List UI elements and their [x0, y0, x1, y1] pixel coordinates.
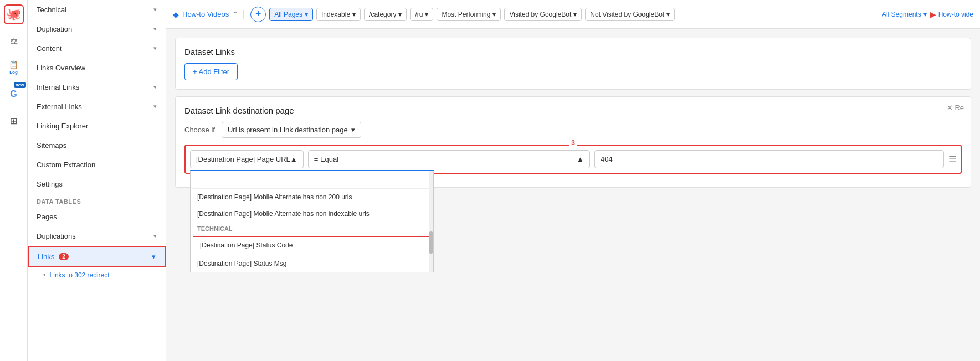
data-tables-label: Data Tables — [28, 194, 166, 207]
sidebar-item-duplication[interactable]: Duplication ▾ — [28, 19, 166, 39]
sidebar-item-technical[interactable]: Technical ▾ — [28, 0, 166, 19]
icon-bar: 🐙 ⚖ 📋 Log G ⊞ — [0, 0, 28, 361]
scrollbar-thumb[interactable] — [429, 231, 433, 254]
dropdown-item-mobile-indexable[interactable]: [Destination Page] Mobile Alternate has … — [191, 205, 433, 222]
sidebar-item-custom-extraction[interactable]: Custom Extraction — [28, 155, 166, 174]
sidebar-item-settings[interactable]: Settings — [28, 174, 166, 194]
dropdown-icon: ▾ — [923, 11, 927, 18]
balance-icon[interactable]: ⚖ — [4, 31, 24, 51]
how-to-videos-link[interactable]: ▶ How-to vide — [930, 10, 973, 19]
sidebar-item-sitemaps-label: Sitemaps — [37, 141, 66, 149]
log-icon[interactable]: 📋 Log — [4, 58, 24, 78]
choose-if-label: Choose if — [184, 126, 215, 134]
collapse-button[interactable]: ⌃ — [232, 10, 239, 19]
filter-row-container: 3 [Destination Page] Page URL ▲ [Destina… — [184, 145, 962, 174]
content-area: Dataset Links + Add Filter Dataset Link … — [166, 29, 980, 361]
dataset-links-title: Dataset Links — [184, 47, 962, 56]
filter-menu-icon[interactable]: ☰ — [948, 154, 956, 164]
filter-visited-by-googlebot[interactable]: Visited by GoogleBot ▾ — [504, 8, 582, 21]
dropdown-icon: ▾ — [398, 11, 402, 18]
dropdown-item-status-code[interactable]: [Destination Page] Status Code — [193, 236, 431, 254]
add-filter-button[interactable]: + Add Filter — [184, 63, 238, 80]
filter-value-input[interactable] — [594, 150, 944, 168]
dropdown-icon: ▾ — [425, 11, 428, 18]
chevron-down-icon: ▾ — [153, 25, 157, 33]
dropdown-arrow-icon: ▲ — [290, 155, 297, 163]
youtube-icon: ▶ — [930, 10, 936, 19]
filter-all-pages[interactable]: All Pages ▾ — [269, 8, 313, 21]
destination-title: Dataset Link destination page — [184, 106, 962, 115]
filter-category[interactable]: /category ▾ — [364, 8, 407, 21]
sidebar-item-content[interactable]: Content ▾ — [28, 39, 166, 58]
grid-icon[interactable]: ⊞ — [4, 111, 24, 131]
page-title: How-to Videos — [182, 10, 229, 18]
sidebar-sub-item-label: Links to 302 redirect — [50, 271, 110, 279]
sidebar-item-linking-explorer-label: Linking Explorer — [37, 122, 88, 130]
dropdown-arrow-icon: ▾ — [351, 126, 355, 134]
segments-label: All Segments — [882, 11, 921, 18]
filter-category-label: /category — [369, 11, 396, 18]
equal-select[interactable]: = Equal ▲ — [308, 150, 590, 168]
sidebar-item-links-overview[interactable]: Links Overview — [28, 58, 166, 78]
dropdown-item-status-msg[interactable]: [Destination Page] Status Msg — [191, 255, 433, 272]
sidebar: Technical ▾ Duplication ▾ Content ▾ Link… — [28, 0, 166, 361]
sidebar-item-external-links[interactable]: External Links ▾ — [28, 97, 166, 116]
chevron-down-icon: ▾ — [153, 6, 157, 13]
close-button[interactable]: ✕ Re — [947, 104, 964, 112]
links-badge: 2 — [59, 253, 69, 260]
add-filter-button[interactable]: + — [250, 7, 266, 22]
technical-section-label: Technical — [191, 222, 433, 235]
dataset-links-section: Dataset Links + Add Filter — [175, 38, 971, 90]
filter-indexable[interactable]: Indexable ▾ — [316, 8, 361, 21]
choose-if-row: Choose if Url is present in Link destina… — [184, 122, 962, 138]
sidebar-item-linking-explorer[interactable]: Linking Explorer — [28, 116, 166, 136]
dropdown-icon: ▾ — [352, 11, 356, 18]
dataset-destination-section: Dataset Link destination page ✕ Re Choos… — [175, 96, 971, 188]
url-present-dropdown[interactable]: Url is present in Link destination page … — [222, 122, 361, 138]
scrollbar-track[interactable] — [429, 171, 433, 272]
sidebar-item-internal-links-label: Internal Links — [37, 83, 79, 91]
sidebar-item-links-overview-label: Links Overview — [37, 64, 85, 72]
sidebar-item-pages-label: Pages — [37, 213, 57, 221]
filter-most-performing[interactable]: Most Performing ▾ — [437, 8, 501, 21]
dropdown-icon: ▾ — [573, 11, 577, 18]
page-url-select[interactable]: [Destination Page] Page URL ▲ — [190, 150, 304, 168]
chevron-down-icon: ▾ — [153, 103, 157, 110]
dropdown-icon: ▾ — [492, 11, 496, 18]
chevron-down-icon: ▾ — [153, 84, 157, 91]
dropdown-search-input[interactable] — [191, 171, 433, 189]
dropdown-icon: ▾ — [305, 11, 308, 18]
dropdown-arrow-icon: ▲ — [577, 155, 584, 163]
dropdown-item-mobile-200[interactable]: [Destination Page] Mobile Alternate has … — [191, 189, 433, 205]
page-url-dropdown-container: [Destination Page] Page URL ▲ [Destinati… — [190, 150, 304, 168]
filter-not-visited-label: Not Visited by GoogleBot — [590, 11, 664, 18]
sidebar-item-settings-label: Settings — [37, 180, 63, 188]
sidebar-item-content-label: Content — [37, 44, 62, 53]
filter-ru-label: /ru — [415, 11, 423, 18]
filter-not-visited-by-googlebot[interactable]: Not Visited by GoogleBot ▾ — [585, 8, 675, 21]
sidebar-item-duplications[interactable]: Duplications ▾ — [28, 226, 166, 246]
page-breadcrumb: ◆ How-to Videos ⌃ — [173, 10, 244, 19]
sidebar-item-links-label: Links — [38, 252, 54, 261]
sidebar-item-duplications-label: Duplications — [37, 232, 76, 240]
equal-label: = Equal — [314, 155, 338, 163]
sidebar-item-external-links-label: External Links — [37, 102, 82, 111]
dropdown-icon: ▾ — [666, 11, 670, 18]
sidebar-item-custom-extraction-label: Custom Extraction — [37, 161, 95, 169]
filter-ru[interactable]: /ru ▾ — [410, 8, 433, 21]
page-url-label: [Destination Page] Page URL — [196, 155, 290, 163]
sidebar-item-internal-links[interactable]: Internal Links ▾ — [28, 78, 166, 97]
filter-number: 3 — [569, 139, 577, 147]
chevron-down-icon: ▾ — [153, 233, 157, 240]
google-icon[interactable]: G — [4, 84, 24, 104]
url-dropdown-label: Url is present in Link destination page — [228, 126, 348, 134]
main-content: ◆ How-to Videos ⌃ + All Pages ▾ Indexabl… — [166, 0, 980, 361]
filter-indexable-label: Indexable — [321, 11, 350, 18]
all-segments-filter[interactable]: All Segments ▾ — [882, 11, 927, 18]
sidebar-item-sitemaps[interactable]: Sitemaps — [28, 136, 166, 155]
octopus-logo[interactable]: 🐙 — [4, 4, 24, 24]
sidebar-sub-item-links-302[interactable]: • Links to 302 redirect — [28, 267, 166, 283]
chevron-down-icon: ▾ — [152, 252, 156, 261]
sidebar-item-pages[interactable]: Pages — [28, 207, 166, 226]
sidebar-item-links[interactable]: Links 2 ▾ — [28, 246, 166, 267]
